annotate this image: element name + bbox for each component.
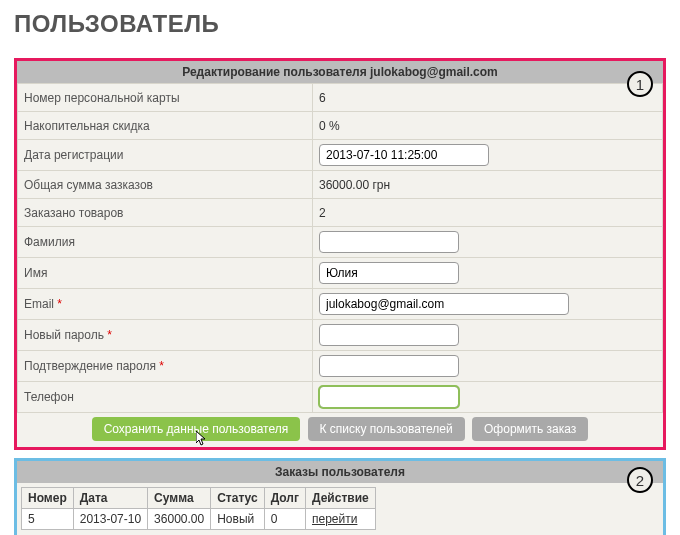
page-title: ПОЛЬЗОВАТЕЛЬ: [14, 10, 666, 38]
row-firstname: Имя: [18, 258, 663, 289]
row-confirmpass: Подтверждение пароля *: [18, 351, 663, 382]
row-regdate: Дата регистрации: [18, 140, 663, 171]
value-total: 36000.00 грн: [313, 171, 663, 199]
label-ordered: Заказано товаров: [18, 199, 313, 227]
cell-date: 2013-07-10: [73, 509, 147, 530]
email-input[interactable]: [319, 293, 569, 315]
label-phone: Телефон: [18, 382, 313, 413]
col-sum: Сумма: [148, 488, 211, 509]
cell-status: Новый: [211, 509, 264, 530]
orders-table: Номер Дата Сумма Статус Долг Действие 52…: [21, 487, 376, 530]
firstname-input[interactable]: [319, 262, 459, 284]
user-form-table: Номер персональной карты 6 Накопительная…: [17, 83, 663, 413]
button-row: Сохранить данные пользователя К списку п…: [17, 413, 663, 447]
edit-panel-header: Редактирование пользователя julokabog@gm…: [17, 61, 663, 83]
annotation-badge-2: 2: [627, 467, 653, 493]
label-lastname: Фамилия: [18, 227, 313, 258]
annotation-badge-1: 1: [627, 71, 653, 97]
required-star: *: [57, 297, 62, 311]
row-card: Номер персональной карты 6: [18, 84, 663, 112]
newpass-input[interactable]: [319, 324, 459, 346]
row-discount: Накопительная скидка 0 %: [18, 112, 663, 140]
table-row: 52013-07-1036000.00Новый0перейти: [22, 509, 376, 530]
row-lastname: Фамилия: [18, 227, 663, 258]
label-confirmpass: Подтверждение пароля *: [18, 351, 313, 382]
save-button[interactable]: Сохранить данные пользователя: [92, 417, 301, 441]
row-total: Общая сумма зазказов 36000.00 грн: [18, 171, 663, 199]
cell-num: 5: [22, 509, 74, 530]
col-debt: Долг: [264, 488, 305, 509]
label-firstname: Имя: [18, 258, 313, 289]
row-phone: Телефон: [18, 382, 663, 413]
cell-action: перейти: [305, 509, 375, 530]
orders-header-row: Номер Дата Сумма Статус Долг Действие: [22, 488, 376, 509]
order-open-link[interactable]: перейти: [312, 512, 357, 526]
label-total: Общая сумма зазказов: [18, 171, 313, 199]
label-newpass: Новый пароль *: [18, 320, 313, 351]
value-discount: 0 %: [313, 112, 663, 140]
row-ordered: Заказано товаров 2: [18, 199, 663, 227]
lastname-input[interactable]: [319, 231, 459, 253]
value-card: 6: [313, 84, 663, 112]
required-star: *: [159, 359, 164, 373]
label-regdate: Дата регистрации: [18, 140, 313, 171]
label-discount: Накопительная скидка: [18, 112, 313, 140]
orders-panel-header: Заказы пользователя: [17, 461, 663, 483]
back-button[interactable]: К списку пользователей: [308, 417, 465, 441]
cell-debt: 0: [264, 509, 305, 530]
user-edit-panel: 1 Редактирование пользователя julokabog@…: [14, 58, 666, 450]
create-order-button[interactable]: Оформить заказ: [472, 417, 588, 441]
col-status: Статус: [211, 488, 264, 509]
required-star: *: [107, 328, 112, 342]
confirmpass-input[interactable]: [319, 355, 459, 377]
label-email: Email *: [18, 289, 313, 320]
value-ordered: 2: [313, 199, 663, 227]
regdate-input[interactable]: [319, 144, 489, 166]
cell-sum: 36000.00: [148, 509, 211, 530]
row-email: Email *: [18, 289, 663, 320]
phone-input[interactable]: [319, 386, 459, 408]
label-card: Номер персональной карты: [18, 84, 313, 112]
col-num: Номер: [22, 488, 74, 509]
user-orders-panel: 2 Заказы пользователя Номер Дата Сумма С…: [14, 458, 666, 535]
row-newpass: Новый пароль *: [18, 320, 663, 351]
col-date: Дата: [73, 488, 147, 509]
col-action: Действие: [305, 488, 375, 509]
